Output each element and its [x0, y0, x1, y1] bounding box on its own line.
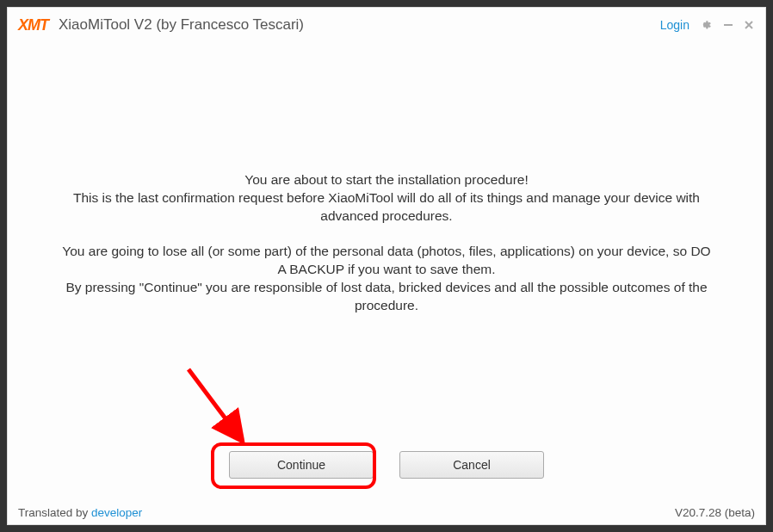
app-window: XMT XiaoMiTool V2 (by Francesco Tescari)…: [7, 7, 766, 525]
developer-link[interactable]: developer: [91, 506, 142, 519]
main-content: You are about to start the installation …: [8, 42, 765, 503]
message-line: By pressing "Continue" you are responsib…: [59, 279, 714, 315]
footer-left: Translated by developer: [18, 506, 675, 519]
svg-line-2: [189, 369, 240, 438]
settings-icon[interactable]: [702, 19, 714, 31]
button-row: Continue Cancel: [229, 451, 544, 479]
logo: XMT: [18, 16, 48, 34]
close-icon[interactable]: [743, 19, 755, 31]
continue-button[interactable]: Continue: [229, 451, 374, 479]
titlebar: XMT XiaoMiTool V2 (by Francesco Tescari)…: [8, 8, 765, 42]
version-label: V20.7.28 (beta): [675, 506, 755, 519]
svg-rect-0: [724, 24, 733, 26]
annotation-arrow: [176, 356, 279, 460]
window-title: XiaoMiTool V2 (by Francesco Tescari): [59, 16, 660, 34]
window-controls: [702, 19, 755, 31]
cancel-button[interactable]: Cancel: [399, 451, 544, 479]
login-link[interactable]: Login: [660, 18, 690, 32]
footer: Translated by developer V20.7.28 (beta): [8, 503, 765, 524]
minimize-icon[interactable]: [722, 19, 734, 31]
message-line: This is the last confirmation request be…: [59, 189, 714, 226]
message-line: You are going to lose all (or some part)…: [59, 243, 714, 279]
warning-message: You are about to start the installation …: [59, 171, 714, 314]
message-line: You are about to start the installation …: [59, 171, 714, 189]
translated-by-label: Translated by: [18, 506, 91, 519]
